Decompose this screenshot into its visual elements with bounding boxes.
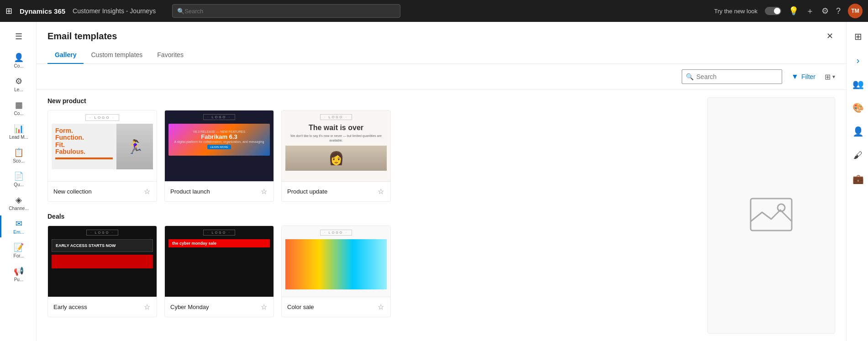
modal-toolbar: 🔍 ▼ Filter ⊞ ▾ (37, 64, 846, 90)
favorite-button-d2[interactable]: ☆ (260, 302, 268, 312)
template-footer-pl: Product launch ☆ (165, 181, 274, 201)
sidebar-item-push[interactable]: 📢 Pu... (0, 263, 36, 285)
avatar[interactable]: TM (848, 4, 863, 18)
sidebar-item-forms[interactable]: 📝 For... (0, 239, 36, 261)
template-card-deals-1[interactable]: · LOGO · EARLY ACCESS STARTS NOW Early a… (47, 226, 157, 317)
email-icon: ✉ (16, 219, 22, 229)
favorite-button-d1[interactable]: ☆ (143, 302, 151, 312)
sidebar-item-leads[interactable]: ⚙ Le... (0, 73, 36, 95)
menu-icon: ☰ (15, 31, 22, 42)
pl-desc: A digital platform for collaboration, or… (174, 140, 264, 143)
modal-header: Email templates ✕ (37, 22, 846, 43)
nc-person-image: 🏃‍♀️ (116, 124, 153, 169)
favorite-button-nc[interactable]: ☆ (143, 186, 151, 197)
section-label-deals: Deals (47, 213, 696, 220)
preview-placeholder (748, 196, 794, 235)
template-search-box[interactable]: 🔍 (682, 69, 782, 84)
global-search-input[interactable] (184, 8, 395, 15)
email-templates-modal: Email templates ✕ Gallery Custom templat… (37, 22, 846, 341)
brand-name: Dynamics 365 (20, 7, 65, 15)
sidebar-item-segments[interactable]: ▦ Co... (0, 97, 36, 119)
right-person-add-icon[interactable]: 👤 (847, 121, 868, 142)
person-icon: 👤 (14, 52, 24, 63)
right-arrow-icon[interactable]: › (847, 49, 868, 71)
favorite-button-pu[interactable]: ☆ (377, 186, 385, 197)
app-name: Customer Insights - Journeys (73, 7, 156, 15)
sidebar-label-quotes: Qu... (14, 182, 24, 187)
pu-image: 👩 (285, 146, 387, 171)
grid-icon[interactable]: ⊞ (5, 6, 12, 16)
plus-icon[interactable]: ＋ (806, 5, 814, 16)
template-thumb-product-update: · LOGO · The wait is over We don't like … (282, 110, 390, 181)
tab-custom-templates[interactable]: Custom templates (84, 47, 150, 64)
search-icon: 🔍 (686, 73, 694, 80)
channels-icon: ◈ (16, 195, 22, 205)
logo-bar-d3: · LOGO · (320, 230, 352, 236)
template-card-deals-3[interactable]: · LOGO · Color sale ☆ (281, 226, 391, 317)
try-new-look-label: Try the new look (714, 8, 758, 15)
favorite-button-d3[interactable]: ☆ (377, 302, 385, 312)
pu-sub: We don't like to say it's now or never —… (285, 134, 387, 143)
tab-favorites[interactable]: Favorites (150, 47, 191, 64)
d2-promo: the cyber monday sale (168, 239, 270, 247)
grid-view-icon[interactable]: ⊞ (825, 73, 831, 81)
d3-gradient-image (285, 239, 387, 289)
filter-button[interactable]: ▼ Filter (788, 71, 819, 83)
template-name-d2: Cyber Monday (170, 304, 209, 310)
template-footer-pu: Product update ☆ (282, 181, 390, 201)
sidebar-item-channels[interactable]: ◈ Channe... (0, 192, 36, 214)
sidebar-label-scoring: Sco... (13, 158, 25, 163)
sidebar-item-contacts[interactable]: 👤 Co... (0, 49, 36, 71)
template-card-product-update[interactable]: · LOGO · The wait is over We don't like … (281, 110, 391, 202)
lead-mgmt-icon: 📊 (14, 124, 24, 134)
right-palette-icon[interactable]: 🎨 (847, 97, 868, 119)
template-card-deals-2[interactable]: · LOGO · the cyber monday sale Cyber Mon… (164, 226, 274, 317)
template-name-d3: Color sale (287, 304, 314, 310)
preview-placeholder-icon (748, 196, 794, 233)
template-grid-new-product: · LOGO · Form.Function.Fit.Fabulous. 🏃‍♀… (47, 110, 696, 202)
pu-person: 👩 (328, 151, 344, 166)
left-sidebar: ☰ 👤 Co... ⚙ Le... ▦ Co... 📊 Lead M... 📋 … (0, 22, 37, 341)
sidebar-label-segments: Co... (14, 111, 23, 116)
filter-icon: ▼ (791, 73, 799, 81)
sidebar-item-lead-mgmt[interactable]: 📊 Lead M... (0, 121, 36, 142)
segments-icon: ▦ (15, 100, 23, 110)
favorite-button-pl[interactable]: ☆ (260, 186, 268, 197)
global-search-box[interactable]: 🔍 (172, 4, 400, 18)
template-footer-d1: Early access ☆ (48, 297, 157, 317)
template-footer-d3: Color sale ☆ (282, 297, 390, 317)
pl-title: Fabrikam 6.3 (174, 133, 264, 140)
sidebar-item-quotes[interactable]: 📄 Qu... (0, 168, 36, 190)
sidebar-item-email[interactable]: ✉ Em... (0, 215, 36, 237)
modal-overlay: Email templates ✕ Gallery Custom templat… (37, 22, 846, 341)
template-name-nc: New collection (53, 188, 92, 195)
sidebar-label-email: Em... (13, 230, 24, 235)
lightbulb-icon[interactable]: 💡 (789, 6, 799, 16)
right-people-icon[interactable]: 👥 (847, 73, 868, 95)
settings-icon[interactable]: ⚙ (821, 6, 829, 16)
template-search-input[interactable] (696, 73, 778, 80)
right-expand-icon[interactable]: ⊞ (847, 26, 868, 47)
view-chevron-icon[interactable]: ▾ (832, 73, 835, 80)
help-icon[interactable]: ? (836, 6, 841, 16)
new-look-toggle[interactable] (765, 7, 781, 15)
sidebar-item-scoring[interactable]: 📋 Sco... (0, 144, 36, 166)
template-thumb-new-collection: · LOGO · Form.Function.Fit.Fabulous. 🏃‍♀… (48, 110, 157, 181)
right-brush-icon[interactable]: 🖌 (847, 144, 868, 166)
template-preview-area (707, 97, 835, 334)
template-thumb-deals-1: · LOGO · EARLY ACCESS STARTS NOW (48, 226, 157, 297)
tab-gallery[interactable]: Gallery (47, 47, 84, 64)
pl-btn: LEARN MORE (207, 145, 231, 149)
template-card-product-launch[interactable]: · LOGO · V8.3 RELEASE — NEW FEATURES Fab… (164, 110, 274, 202)
sidebar-item-menu[interactable]: ☰ (0, 26, 36, 47)
pl-hero: V8.3 RELEASE — NEW FEATURES Fabrikam 6.3… (168, 124, 270, 156)
right-sidebar: ⊞ › 👥 🎨 👤 🖌 💼 (846, 22, 868, 341)
template-card-new-collection[interactable]: · LOGO · Form.Function.Fit.Fabulous. 🏃‍♀… (47, 110, 157, 202)
sidebar-label-lead-mgmt: Lead M... (9, 135, 28, 140)
view-toggle[interactable]: ⊞ ▾ (825, 73, 835, 81)
push-icon: 📢 (14, 266, 24, 276)
right-briefcase-icon[interactable]: 💼 (847, 168, 868, 190)
sidebar-label-forms: For... (14, 253, 24, 258)
modal-close-button[interactable]: ✕ (825, 29, 835, 43)
templates-area: New product · LOGO · Form.Functi (47, 97, 696, 334)
